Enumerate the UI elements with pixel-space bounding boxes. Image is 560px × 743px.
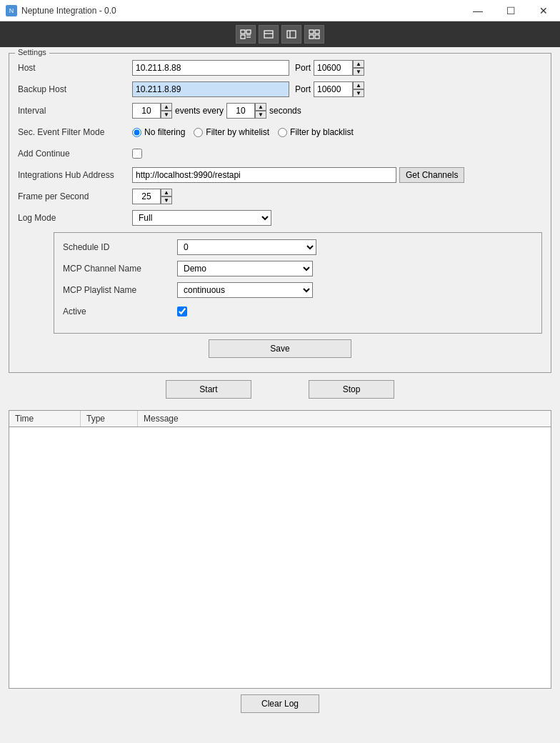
backup-host-input[interactable]	[132, 81, 289, 97]
interval-controls: ▲ ▼ events every ▲ ▼ seconds	[132, 103, 301, 119]
backup-port-label: Port	[295, 84, 311, 94]
schedule-id-row: Schedule ID 0 1 2	[63, 239, 533, 256]
svg-rect-0	[241, 30, 245, 34]
svg-rect-10	[315, 30, 319, 34]
host-row: Host Port ▲ ▼	[18, 59, 542, 76]
interval-row: Interval ▲ ▼ events every ▲ ▼	[18, 102, 542, 119]
fps-down[interactable]: ▼	[161, 196, 172, 204]
svg-rect-7	[287, 31, 296, 38]
stop-button[interactable]: Stop	[309, 380, 394, 399]
radio-blacklist-input[interactable]	[278, 128, 287, 137]
interval-events-spinner: ▲ ▼	[132, 103, 172, 119]
backup-host-row: Backup Host Port ▲ ▼	[18, 81, 542, 98]
hub-address-row: Integrations Hub Address Get Channels	[18, 166, 542, 184]
toolbar-btn-2[interactable]	[259, 25, 279, 44]
interval-seconds-label: seconds	[269, 106, 301, 116]
host-port-up[interactable]: ▲	[353, 60, 364, 68]
interval-seconds-spinner: ▲ ▼	[226, 103, 266, 119]
fps-input[interactable]	[132, 189, 161, 204]
log-col-message: Message	[138, 411, 551, 427]
log-mode-label: Log Mode	[18, 213, 132, 223]
add-continue-checkbox[interactable]	[132, 149, 142, 159]
svg-rect-11	[309, 35, 314, 39]
mcp-playlist-select[interactable]: continuous playlist1	[177, 282, 313, 298]
svg-rect-12	[315, 35, 319, 39]
interval-label: Interval	[18, 106, 132, 116]
app-icon: N	[6, 5, 17, 16]
svg-rect-9	[309, 30, 314, 34]
log-body[interactable]	[9, 427, 551, 688]
active-row: Active	[63, 303, 533, 320]
fps-spinner: ▲ ▼	[132, 189, 172, 204]
log-mode-select[interactable]: Full Minimal None	[132, 210, 271, 226]
toolbar-btn-4[interactable]	[304, 25, 324, 44]
radio-no-filtering[interactable]: No filtering	[132, 127, 185, 137]
mcp-playlist-label: MCP Playlist Name	[63, 285, 177, 295]
interval-seconds-down[interactable]: ▼	[255, 111, 266, 119]
get-channels-button[interactable]: Get Channels	[399, 167, 464, 183]
radio-no-filtering-input[interactable]	[132, 128, 141, 137]
toolbar-btn-1[interactable]	[236, 25, 256, 44]
save-button[interactable]: Save	[209, 339, 351, 358]
interval-seconds-up[interactable]: ▲	[255, 103, 266, 111]
add-continue-row: Add Continue	[18, 145, 542, 162]
fps-up[interactable]: ▲	[161, 189, 172, 196]
backup-host-label: Backup Host	[18, 84, 132, 94]
backup-port-input[interactable]	[314, 81, 353, 97]
close-button[interactable]: ✕	[527, 0, 560, 21]
sec-event-row: Sec. Event Filter Mode No filtering Filt…	[18, 124, 542, 141]
minimize-button[interactable]: —	[461, 0, 494, 21]
title-bar: N Neptune Integration - 0.0 — ☐ ✕	[0, 0, 560, 21]
schedule-id-label: Schedule ID	[63, 242, 177, 252]
backup-port-group: Port ▲ ▼	[295, 81, 364, 97]
backup-port-spinner-btns: ▲ ▼	[353, 81, 364, 97]
host-port-down[interactable]: ▼	[353, 68, 364, 76]
log-header: Time Type Message	[9, 411, 551, 427]
add-continue-label: Add Continue	[18, 149, 132, 159]
interval-events-btns: ▲ ▼	[161, 103, 172, 119]
radio-blacklist[interactable]: Filter by blacklist	[278, 127, 354, 137]
sec-event-radio-group: No filtering Filter by whitelist Filter …	[132, 127, 354, 137]
action-row: Start Stop	[9, 380, 551, 399]
radio-whitelist-input[interactable]	[194, 128, 203, 137]
active-label: Active	[63, 306, 177, 316]
toolbar	[0, 21, 560, 47]
window-title: Neptune Integration - 0.0	[21, 6, 116, 16]
interval-events-input[interactable]	[132, 103, 161, 119]
host-input[interactable]	[132, 60, 289, 76]
backup-port-spinner: ▲ ▼	[314, 81, 364, 97]
backup-port-down[interactable]: ▼	[353, 89, 364, 97]
log-col-time: Time	[9, 411, 81, 427]
settings-group: Settings Host Port ▲ ▼ Backup Host	[9, 53, 551, 373]
host-port-label: Port	[295, 63, 311, 73]
hub-address-label: Integrations Hub Address	[18, 170, 132, 180]
window-controls: — ☐ ✕	[461, 0, 560, 21]
fps-row: Frame per Second ▲ ▼	[18, 188, 542, 205]
fps-label: Frame per Second	[18, 191, 132, 201]
maximize-button[interactable]: ☐	[494, 0, 527, 21]
mcp-playlist-row: MCP Playlist Name continuous playlist1	[63, 281, 533, 299]
clear-log-row: Clear Log	[0, 694, 560, 713]
log-section: Time Type Message	[9, 410, 551, 689]
start-button[interactable]: Start	[166, 380, 251, 399]
backup-port-up[interactable]: ▲	[353, 81, 364, 89]
fps-spinner-btns: ▲ ▼	[161, 189, 172, 204]
host-port-input[interactable]	[314, 60, 353, 76]
log-mode-row: Log Mode Full Minimal None	[18, 209, 542, 226]
interval-events-down[interactable]: ▼	[161, 111, 172, 119]
inner-group: Schedule ID 0 1 2 MCP Channel Name Demo …	[54, 232, 542, 334]
hub-address-input[interactable]	[132, 167, 396, 183]
interval-seconds-btns: ▲ ▼	[255, 103, 266, 119]
interval-events-label: events every	[175, 106, 224, 116]
interval-events-up[interactable]: ▲	[161, 103, 172, 111]
interval-seconds-input[interactable]	[226, 103, 255, 119]
toolbar-btn-3[interactable]	[281, 25, 301, 44]
clear-log-button[interactable]: Clear Log	[241, 694, 319, 713]
active-checkbox[interactable]	[177, 306, 187, 316]
mcp-channel-select[interactable]: Demo Channel1	[177, 261, 313, 276]
mcp-channel-label: MCP Channel Name	[63, 264, 177, 274]
host-port-spinner-btns: ▲ ▼	[353, 60, 364, 76]
radio-whitelist[interactable]: Filter by whitelist	[194, 127, 269, 137]
schedule-id-select[interactable]: 0 1 2	[177, 239, 316, 255]
svg-rect-1	[246, 30, 251, 34]
